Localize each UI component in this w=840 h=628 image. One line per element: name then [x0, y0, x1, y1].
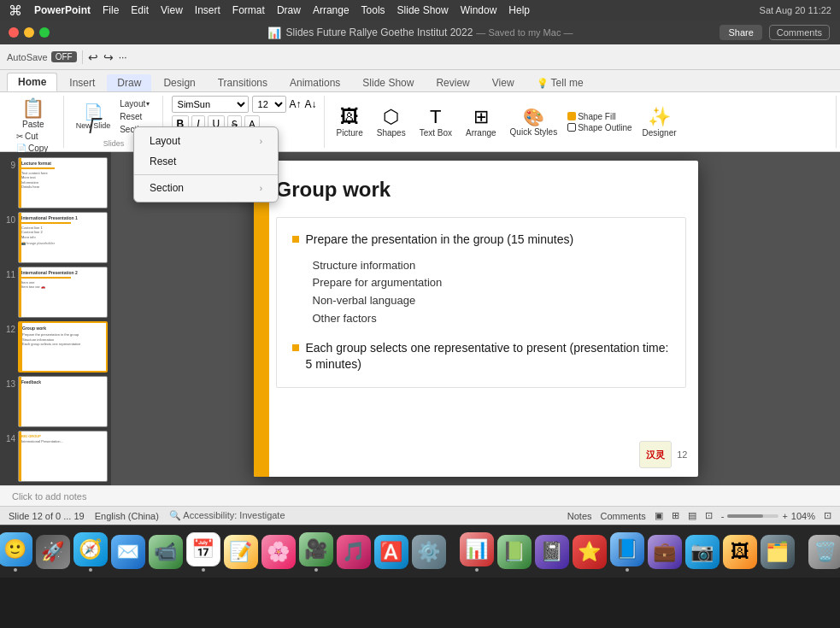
view-grid[interactable]: ⊞	[672, 510, 679, 521]
tab-animations[interactable]: Animations	[279, 74, 350, 91]
comments-button[interactable]: Comments	[769, 25, 830, 40]
dropdown-item-layout[interactable]: Layout ›	[134, 131, 278, 151]
menu-edit[interactable]: Edit	[131, 4, 149, 16]
language-indicator[interactable]: English (China)	[95, 511, 159, 521]
menu-help[interactable]: Help	[508, 4, 530, 16]
menu-view[interactable]: View	[161, 4, 183, 16]
slide-thumb-9[interactable]: 9 Lecture format Text content hereMore t…	[3, 157, 108, 208]
dock-powerpoint[interactable]: 📊	[460, 531, 494, 572]
dock-photos[interactable]: 🌸	[261, 531, 296, 572]
dock-launchpad[interactable]: 🚀	[36, 531, 70, 572]
undo-button[interactable]: ↩	[88, 50, 98, 64]
cut-button[interactable]: ✂Cut	[14, 131, 56, 142]
menu-insert[interactable]: Insert	[195, 4, 220, 16]
notes-bar[interactable]: Click to add notes	[0, 485, 840, 506]
autosave-toggle[interactable]: OFF	[51, 51, 77, 62]
more-button[interactable]: ···	[119, 51, 127, 63]
dock-finder[interactable]: 🙂	[0, 531, 32, 572]
slide-thumb-12[interactable]: 12 Group work Prepare the presentation i…	[3, 321, 108, 373]
font-size-select[interactable]: 12	[252, 96, 286, 113]
tab-view[interactable]: View	[482, 74, 525, 91]
zoom-control[interactable]: - + 104%	[721, 511, 815, 521]
dock-teams[interactable]: 💼	[648, 531, 682, 572]
app-name[interactable]: PowerPoint	[34, 4, 91, 16]
reset-button[interactable]: Reset	[117, 111, 155, 122]
textbox-button[interactable]: T Text Box	[416, 103, 455, 141]
tab-home[interactable]: Home	[7, 73, 57, 91]
view-normal[interactable]: ▣	[655, 510, 663, 521]
dock-excel[interactable]: 📗	[497, 531, 532, 572]
layout-button[interactable]: Layout▾	[117, 98, 155, 109]
tab-insert[interactable]: Insert	[59, 74, 105, 91]
dock-word[interactable]: 📘	[610, 531, 644, 572]
apple-menu[interactable]: ⌘	[9, 3, 22, 19]
dock-music[interactable]: 🎵	[337, 531, 371, 572]
menu-tools[interactable]: Tools	[361, 4, 385, 16]
view-reading[interactable]: ▤	[688, 510, 696, 521]
new-slide-button[interactable]: 📄 New Slide	[73, 101, 115, 132]
menu-file[interactable]: File	[103, 4, 119, 16]
slide-thumb-11[interactable]: 11 International Presentation 2 Item one…	[3, 267, 108, 318]
dock-appstore[interactable]: 🅰️	[374, 531, 408, 572]
dropdown-item-reset[interactable]: Reset	[134, 151, 278, 172]
redo-button[interactable]: ↪	[103, 50, 114, 64]
close-button[interactable]	[9, 27, 19, 38]
view-slideshow[interactable]: ⊡	[705, 510, 713, 521]
dock-onenote[interactable]: 📓	[535, 531, 569, 572]
dock-facetime[interactable]: 📹	[149, 531, 183, 572]
menu-draw[interactable]: Draw	[277, 4, 301, 16]
menu-slideshow[interactable]: Slide Show	[397, 4, 449, 16]
dock-astro[interactable]: ⭐	[573, 531, 607, 572]
dock-trash[interactable]: 🗑️	[808, 531, 841, 572]
arrange-button[interactable]: ⊞ Arrange	[462, 103, 500, 141]
slide-preview-10: International Presentation 1 Content lin…	[18, 212, 108, 263]
bullet-square-1	[292, 236, 299, 243]
notes-button[interactable]: Notes	[567, 511, 592, 521]
accessibility-indicator[interactable]: 🔍 Accessibility: Investigate	[169, 510, 285, 521]
slide-thumb-14[interactable]: 14 BIG GROUP International Presentation.…	[3, 431, 108, 482]
slide-thumb-10[interactable]: 10 International Presentation 1 Content …	[3, 212, 108, 263]
slide-info: Slide 12 of 0 ... 19	[9, 511, 85, 521]
comments-status-button[interactable]: Comments	[601, 511, 646, 521]
dock-preferences[interactable]: ⚙️	[412, 531, 446, 572]
designer-button[interactable]: ✨ Designer	[639, 103, 680, 141]
slide-thumb-13[interactable]: 13 Feedback	[3, 376, 108, 427]
tab-tellme[interactable]: 💡 Tell me	[526, 74, 594, 91]
font-name-select[interactable]: SimSun	[172, 96, 249, 113]
dropdown-item-section[interactable]: Section ›	[134, 178, 278, 198]
picture-button[interactable]: 🖼 Picture	[333, 103, 367, 141]
shape-outline-button[interactable]: Shape Outline	[567, 123, 631, 132]
font-decrease-button[interactable]: A↓	[305, 98, 317, 110]
tab-slideshow[interactable]: Slide Show	[352, 74, 424, 91]
tab-draw[interactable]: Draw	[107, 74, 151, 91]
tab-transitions[interactable]: Transitions	[208, 74, 278, 91]
slide-preview-9: Lecture format Text content hereMore tex…	[18, 157, 108, 208]
dock-preview[interactable]: 🖼	[723, 531, 757, 572]
shape-fill-button[interactable]: Shape Fill	[567, 112, 631, 121]
fit-button[interactable]: ⊡	[824, 510, 831, 521]
dock-safari[interactable]: 🧭	[73, 531, 108, 572]
dock-mail[interactable]: ✉️	[111, 531, 145, 572]
shapes-button[interactable]: ⬡ Shapes	[373, 103, 409, 141]
menu-window[interactable]: Window	[461, 4, 497, 16]
slides-label: Slides	[103, 139, 125, 148]
minimize-button[interactable]	[24, 27, 34, 38]
tab-review[interactable]: Review	[426, 74, 479, 91]
slide-num-14: 14	[3, 431, 15, 443]
font-increase-button[interactable]: A↑	[290, 98, 302, 110]
share-button[interactable]: Share	[720, 25, 761, 40]
quickstyles-button[interactable]: 🎨 Quick Styles	[507, 103, 561, 140]
maximize-button[interactable]	[39, 27, 50, 38]
paste-button[interactable]: 📋 Paste	[16, 96, 50, 131]
dock-calendar[interactable]: 📅	[186, 531, 220, 572]
menu-arrange[interactable]: Arrange	[313, 4, 350, 16]
dock-notes[interactable]: 📝	[224, 531, 258, 572]
dock-files[interactable]: 🗂️	[761, 531, 795, 572]
bullet-2-text: Each group selects one representative to…	[306, 340, 672, 373]
dock-facetime2[interactable]: 🎥	[299, 531, 333, 572]
tab-design[interactable]: Design	[153, 74, 205, 91]
dock-zoom[interactable]: 📷	[685, 531, 720, 572]
menu-format[interactable]: Format	[232, 4, 265, 16]
ribbon-tabs: Home Insert Draw Design Transitions Anim…	[0, 70, 840, 92]
window-controls	[9, 27, 50, 38]
